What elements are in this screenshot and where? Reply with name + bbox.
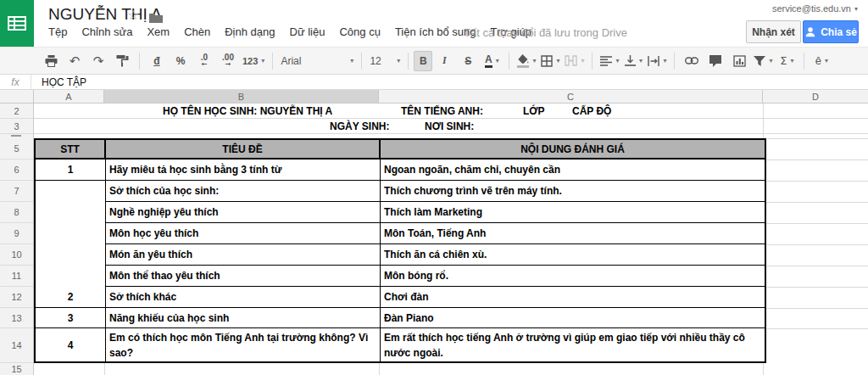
input-tools-button[interactable]: ê ▾ xyxy=(810,51,833,71)
row-header-14[interactable]: 14 xyxy=(0,328,33,363)
paint-format-button[interactable] xyxy=(110,51,134,71)
horizontal-align-button[interactable]: ▾ xyxy=(598,51,621,71)
sheets-logo-icon[interactable] xyxy=(0,0,34,47)
cell-c3-noi-sinh[interactable]: NƠI SINH: xyxy=(425,119,474,133)
borders-button[interactable]: ▾ xyxy=(538,51,562,71)
cell-stt[interactable]: 4 xyxy=(36,328,106,361)
font-size-select[interactable]: 12 ▾ xyxy=(367,51,403,71)
row-header-13[interactable]: 13 xyxy=(0,308,33,328)
cell-c2-lop[interactable]: LỚP xyxy=(523,104,545,118)
cell-stt[interactable] xyxy=(36,244,106,266)
cell-noi-dung[interactable]: Em rất thích học tiếng Anh ở trường vì g… xyxy=(381,328,765,361)
cell-c2-ten-tieng-anh[interactable]: TÊN TIẾNG ANH: xyxy=(401,104,483,118)
account-menu[interactable]: service@tis.edu.vn ▾ xyxy=(772,3,858,14)
cell-tieu-de[interactable]: Em có thích học môn Tiếng Anh tại trường… xyxy=(106,328,381,361)
cell-tieu-de[interactable]: Môn thể thao yêu thích xyxy=(106,266,381,287)
format-currency-button[interactable]: đ xyxy=(145,51,169,71)
cell-stt[interactable]: 2 xyxy=(36,287,106,308)
star-icon[interactable]: ☆ xyxy=(127,7,139,23)
cell-noi-dung[interactable]: Đàn Piano xyxy=(381,308,765,328)
cell-tieu-de[interactable]: Hãy miêu tả học sinh bằng 3 tính từ xyxy=(106,160,381,181)
row-header-12[interactable]: 12 xyxy=(0,287,33,308)
cell-b2[interactable]: HỌ TÊN HỌC SINH: NGUYỄN THỊ A xyxy=(163,104,332,118)
row-header-5[interactable]: 5 xyxy=(0,138,33,160)
cell-stt[interactable] xyxy=(36,266,106,287)
increase-decimal-button[interactable]: .00 → xyxy=(216,51,240,71)
header-stt[interactable]: STT xyxy=(36,140,106,160)
strikethrough-button[interactable]: S xyxy=(456,51,480,71)
more-formats-button[interactable]: 123 ▾ xyxy=(240,51,267,71)
menu-view[interactable]: Xem xyxy=(147,25,170,38)
row-header-3[interactable]: 3 xyxy=(0,119,33,134)
fill-color-button[interactable]: ▾ xyxy=(515,51,538,71)
cell-noi-dung[interactable]: Ngoan ngoãn, chăm chỉ, chuyên cần xyxy=(381,160,765,181)
header-tieu-de[interactable]: TIÊU ĐỀ xyxy=(106,140,381,160)
cell-tieu-de[interactable]: Nghề nghiệp yêu thích xyxy=(106,202,381,223)
cell-noi-dung[interactable]: Chơi đàn xyxy=(381,287,765,308)
cell-tieu-de[interactable]: Môn học yêu thích xyxy=(106,223,381,244)
cell-tieu-de[interactable]: Sở thích của học sinh: xyxy=(106,181,381,202)
format-percent-button[interactable]: % xyxy=(169,51,192,71)
header-noi-dung-danh-gia[interactable]: NỘI DUNG ĐÁNH GIÁ xyxy=(381,140,765,160)
insert-link-button[interactable] xyxy=(680,51,704,71)
column-header-c[interactable]: C xyxy=(379,90,763,103)
cell-c2-cap-do[interactable]: CẤP ĐỘ xyxy=(572,104,611,118)
insert-chart-button[interactable] xyxy=(727,51,751,71)
row-header-9[interactable]: 9 xyxy=(0,223,33,244)
cell-stt[interactable] xyxy=(36,202,106,223)
row-header-2[interactable]: 2 xyxy=(0,104,33,119)
select-all-corner[interactable] xyxy=(0,90,34,103)
menu-file[interactable]: Tệp xyxy=(48,25,67,38)
row-header-15[interactable]: 15 xyxy=(0,363,33,375)
column-header-a[interactable]: A xyxy=(34,90,104,103)
cell-stt[interactable]: 1 xyxy=(36,160,106,181)
folder-icon[interactable] xyxy=(149,11,163,26)
italic-button[interactable]: I xyxy=(432,51,456,71)
cell-stt[interactable]: 3 xyxy=(36,308,106,328)
row-header-11[interactable]: 11 xyxy=(0,266,33,287)
cell-tieu-de[interactable]: Năng khiếu của học sinh xyxy=(106,308,381,328)
cell-noi-dung[interactable]: Thích làm Marketing xyxy=(381,202,765,223)
comments-button[interactable]: Nhận xét xyxy=(746,20,801,43)
cell-noi-dung[interactable]: Thích chương trình vẽ trên máy tính. xyxy=(381,181,765,202)
row-header-8[interactable]: 8 xyxy=(0,202,33,223)
cell-noi-dung[interactable]: Môn bóng rổ. xyxy=(381,266,765,287)
filter-button[interactable]: ▾ xyxy=(751,51,775,71)
row-15[interactable] xyxy=(34,363,868,375)
row-2[interactable]: HỌ TÊN HỌC SINH: NGUYỄN THỊ A TÊN TIẾNG … xyxy=(34,104,868,119)
menu-edit[interactable]: Chỉnh sửa xyxy=(81,25,132,38)
cell-stt[interactable] xyxy=(36,181,106,202)
menu-data[interactable]: Dữ liệu xyxy=(290,25,326,38)
row-header-10[interactable]: 10 xyxy=(0,244,33,266)
cell-noi-dung[interactable]: Môn Toán, Tiếng Anh xyxy=(381,223,765,244)
document-title[interactable]: NGUYỄN THỊ A xyxy=(48,5,162,24)
vertical-align-button[interactable]: ▾ xyxy=(621,51,645,71)
cell-tieu-de[interactable]: Sở thích khác xyxy=(106,287,381,308)
cell-tieu-de[interactable]: Món ăn yêu thích xyxy=(106,244,381,266)
text-wrap-button[interactable]: ▾ xyxy=(645,51,669,71)
decrease-decimal-button[interactable]: .0 ← xyxy=(192,51,216,71)
hidden-row-indicator[interactable] xyxy=(11,135,21,137)
formula-input[interactable]: HỌC TẬP xyxy=(31,76,86,88)
redo-button[interactable]: ↷ xyxy=(86,51,110,71)
row-header-7[interactable]: 7 xyxy=(0,181,33,202)
functions-button[interactable]: Σ ▾ xyxy=(775,51,798,71)
menu-insert[interactable]: Chèn xyxy=(184,25,210,38)
text-color-button[interactable]: A ▾ xyxy=(480,51,504,71)
cell-b3-ngay-sinh[interactable]: NGÀY SINH: xyxy=(330,119,389,133)
font-name-select[interactable]: Arial ▾ xyxy=(278,51,356,71)
share-button[interactable]: Chia sẻ xyxy=(803,20,859,43)
undo-button[interactable]: ↶ xyxy=(63,51,86,71)
row-3[interactable]: NGÀY SINH: NƠI SINH: xyxy=(34,119,868,134)
cell-noi-dung[interactable]: Thích ăn cá chiên xù. xyxy=(381,244,765,266)
menu-tools[interactable]: Công cụ xyxy=(339,25,380,38)
bold-button[interactable]: B xyxy=(414,51,432,71)
cell-stt[interactable] xyxy=(36,223,106,244)
merge-cells-button[interactable]: ▾ xyxy=(562,51,587,71)
print-button[interactable] xyxy=(39,51,63,71)
column-header-b[interactable]: B xyxy=(104,90,379,103)
column-header-d[interactable]: D xyxy=(763,90,868,103)
row-header-6[interactable]: 6 xyxy=(0,160,33,181)
menu-format[interactable]: Định dạng xyxy=(225,25,275,38)
insert-comment-button[interactable] xyxy=(704,51,727,71)
